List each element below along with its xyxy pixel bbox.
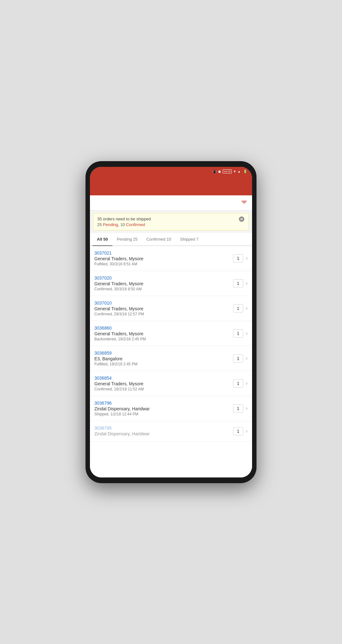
order-right: 1 › <box>233 354 248 363</box>
order-count: 1 <box>233 427 243 435</box>
order-right: 1 › <box>233 329 248 338</box>
order-count: 1 <box>233 354 243 363</box>
order-item[interactable]: 3037021 General Traders, Mysore Fulfille… <box>90 246 252 271</box>
tab-all-label: All 50 <box>97 237 108 242</box>
tab-pending[interactable]: Pending 25 <box>112 233 142 245</box>
chevron-right-icon: › <box>246 255 248 262</box>
volte-icon: VoLTE <box>223 169 232 174</box>
filter-bar <box>90 195 252 211</box>
chevron-right-icon: › <box>246 305 248 312</box>
order-number: 3036859 <box>94 350 233 356</box>
order-customer: E3, Bangalore <box>94 356 233 361</box>
order-customer: Zindal Dispensary, Haridwar <box>94 431 233 436</box>
phone-frame: 📳 ⏰ VoLTE ▼ ▲ 🔋 <box>86 161 256 483</box>
order-info: 3036796 Zindal Dispensary, Haridwar Ship… <box>94 401 233 416</box>
order-count: 1 <box>233 254 243 262</box>
tab-pending-label: Pending 25 <box>117 237 138 242</box>
order-number: 3036795 <box>94 426 233 431</box>
battery-icon: 🔋 <box>243 170 247 173</box>
vibrate-icon: 📳 <box>212 170 216 173</box>
chevron-right-icon: › <box>246 428 248 434</box>
order-info: 3036795 Zindal Dispensary, Haridwar <box>94 426 233 437</box>
banner-links: 25 Pending, 10 Confirmed <box>97 222 236 227</box>
order-customer: General Traders, Mysore <box>94 256 233 261</box>
content-area: 35 orders need to be shipped 25 Pending,… <box>90 195 252 477</box>
order-item[interactable]: 3036860 General Traders, Mysore Backorde… <box>90 321 252 346</box>
status-icons: 📳 ⏰ VoLTE ▼ ▲ 🔋 <box>212 169 248 174</box>
order-item[interactable]: 3036859 E3, Bangalore Fulfilled, 19/2/18… <box>90 346 252 371</box>
order-status: Backordered, 19/2/18 2:45 PM <box>94 337 233 341</box>
order-info: 3037010 General Traders, Mysore Confirme… <box>94 300 233 316</box>
order-info: 3036854 General Traders, Mysore Confirme… <box>94 376 233 391</box>
order-status: Fulfilled, 19/2/18 2:45 PM <box>94 362 233 366</box>
order-status: Confirmed, 29/3/18 12:57 PM <box>94 312 233 316</box>
signal-icon: ▲ <box>238 170 241 173</box>
order-customer: General Traders, Mysore <box>94 331 233 336</box>
order-right: 1 › <box>233 304 248 313</box>
notification-banner: 35 orders need to be shipped 25 Pending,… <box>93 213 249 230</box>
order-count: 1 <box>233 329 243 338</box>
tab-shipped[interactable]: Shipped 7 <box>176 233 203 245</box>
chevron-right-icon: › <box>246 330 248 337</box>
order-number: 3036796 <box>94 401 233 406</box>
status-bar: 📳 ⏰ VoLTE ▼ ▲ 🔋 <box>90 167 252 176</box>
order-item[interactable]: 3037020 General Traders, Mysore Confirme… <box>90 271 252 296</box>
order-item[interactable]: 3036854 General Traders, Mysore Confirme… <box>90 371 252 396</box>
filter-icon-button[interactable] <box>241 199 248 207</box>
tab-confirmed-label: Confirmed 10 <box>146 237 171 242</box>
order-item[interactable]: 3036796 Zindal Dispensary, Haridwar Ship… <box>90 396 252 421</box>
order-right: 1 › <box>233 404 248 413</box>
order-item[interactable]: 3036795 Zindal Dispensary, Haridwar 1 › <box>90 421 252 442</box>
order-right: 1 › <box>233 254 248 262</box>
order-right: 1 › <box>233 279 248 287</box>
order-status: Fulfilled, 30/3/18 8:51 AM <box>94 262 233 266</box>
order-right: 1 › <box>233 379 248 388</box>
order-number: 3036860 <box>94 325 233 331</box>
order-number: 3037020 <box>94 275 233 281</box>
order-count: 1 <box>233 304 243 313</box>
order-count: 1 <box>233 404 243 413</box>
order-count: 1 <box>233 379 243 388</box>
order-customer: General Traders, Mysore <box>94 381 233 386</box>
tab-shipped-label: Shipped 7 <box>180 237 199 242</box>
order-customer: General Traders, Mysore <box>94 281 233 286</box>
app-bar <box>90 176 252 195</box>
order-right: 1 › <box>233 427 248 435</box>
tab-all[interactable]: All 50 <box>92 233 112 245</box>
chevron-right-icon: › <box>246 380 248 387</box>
order-info: 3037021 General Traders, Mysore Fulfille… <box>94 250 233 266</box>
chevron-right-icon: › <box>246 405 248 412</box>
banner-main-text: 35 orders need to be shipped <box>97 217 151 221</box>
order-number: 3037021 <box>94 250 233 256</box>
order-count: 1 <box>233 279 243 287</box>
tab-confirmed[interactable]: Confirmed 10 <box>142 233 175 245</box>
order-status: Confirmed, 16/2/18 11:52 AM <box>94 387 233 391</box>
banner-pending-link[interactable]: Pending <box>103 222 118 227</box>
order-customer: General Traders, Mysore <box>94 306 233 311</box>
order-info: 3036859 E3, Bangalore Fulfilled, 19/2/18… <box>94 350 233 366</box>
tabs-bar: All 50 Pending 25 Confirmed 10 Shipped 7 <box>90 233 252 246</box>
order-status: Shipped, 1/2/18 12:44 PM <box>94 412 233 416</box>
chevron-right-icon: › <box>246 280 248 287</box>
order-info: 3037020 General Traders, Mysore Confirme… <box>94 275 233 291</box>
order-number: 3037010 <box>94 300 233 306</box>
order-info: 3036860 General Traders, Mysore Backorde… <box>94 325 233 341</box>
alarm-icon: ⏰ <box>218 170 221 173</box>
banner-close-button[interactable] <box>238 216 245 224</box>
order-number: 3036854 <box>94 376 233 381</box>
banner-text: 35 orders need to be shipped 25 Pending,… <box>97 217 236 227</box>
wifi-icon: ▼ <box>233 170 236 173</box>
banner-confirmed-link[interactable]: Confirmed <box>126 222 145 227</box>
order-item[interactable]: 3037010 General Traders, Mysore Confirme… <box>90 296 252 321</box>
order-status: Confirmed, 30/3/18 8:50 AM <box>94 287 233 291</box>
order-customer: Zindal Dispensary, Haridwar <box>94 406 233 411</box>
orders-list: 3037021 General Traders, Mysore Fulfille… <box>90 246 252 477</box>
chevron-right-icon: › <box>246 355 248 362</box>
phone-screen: 📳 ⏰ VoLTE ▼ ▲ 🔋 <box>90 167 252 477</box>
